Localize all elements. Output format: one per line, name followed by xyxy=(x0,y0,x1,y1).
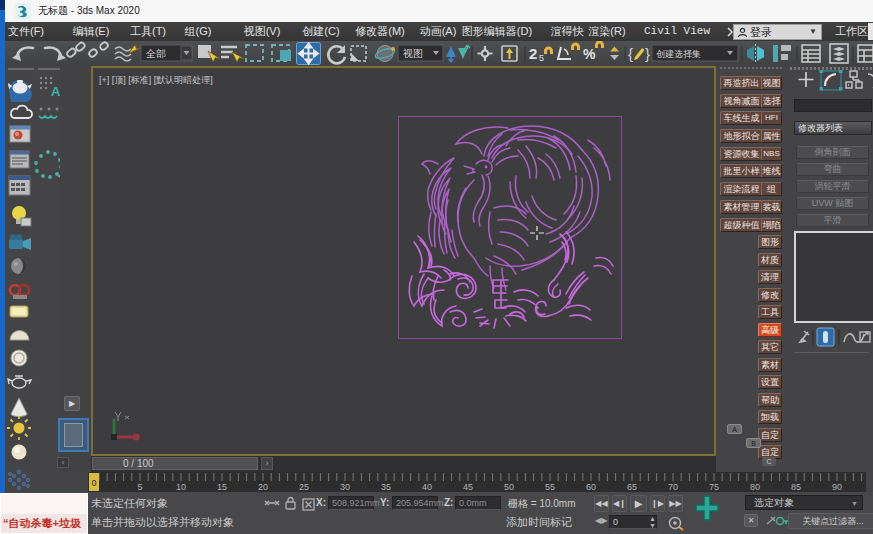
svg-text:35: 35 xyxy=(381,482,391,492)
svg-text:45: 45 xyxy=(463,482,473,492)
svg-text:60: 60 xyxy=(586,482,596,492)
svg-text:65: 65 xyxy=(627,482,637,492)
svg-text:}: } xyxy=(645,45,650,62)
svg-text:视图: 视图 xyxy=(403,48,423,59)
svg-text:25: 25 xyxy=(299,482,309,492)
svg-text:5: 5 xyxy=(539,53,544,63)
svg-text:5: 5 xyxy=(137,482,142,492)
svg-text:%: % xyxy=(583,46,596,62)
svg-text:15: 15 xyxy=(217,482,227,492)
svg-text:80: 80 xyxy=(750,482,760,492)
svg-text:2: 2 xyxy=(529,45,537,62)
svg-text:85: 85 xyxy=(791,482,801,492)
svg-text:55: 55 xyxy=(545,482,555,492)
svg-text:70: 70 xyxy=(668,482,678,492)
svg-text:90: 90 xyxy=(832,482,842,492)
svg-text:50: 50 xyxy=(504,482,514,492)
svg-text:10: 10 xyxy=(176,482,186,492)
svg-text:20: 20 xyxy=(258,482,268,492)
svg-text:{: { xyxy=(628,45,633,62)
svg-text:30: 30 xyxy=(340,482,350,492)
svg-text:全部: 全部 xyxy=(145,48,166,59)
svg-text:0: 0 xyxy=(92,478,97,488)
svg-text:创建选择集: 创建选择集 xyxy=(656,49,701,59)
svg-text:40: 40 xyxy=(422,482,432,492)
svg-text:75: 75 xyxy=(709,482,719,492)
